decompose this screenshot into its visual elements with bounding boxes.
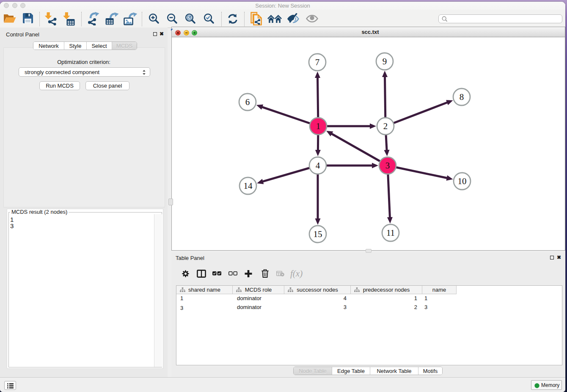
svg-text:9: 9 bbox=[383, 56, 387, 66]
svg-text:7: 7 bbox=[315, 57, 320, 67]
svg-text:3: 3 bbox=[385, 160, 390, 171]
svg-text:10: 10 bbox=[458, 176, 467, 186]
svg-text:11: 11 bbox=[386, 228, 395, 238]
svg-text:15: 15 bbox=[314, 229, 322, 239]
svg-text:6: 6 bbox=[245, 97, 250, 107]
svg-text:2: 2 bbox=[383, 121, 388, 131]
svg-text:8: 8 bbox=[460, 92, 464, 102]
svg-text:1: 1 bbox=[316, 121, 321, 131]
svg-text:4: 4 bbox=[316, 160, 320, 171]
svg-text:14: 14 bbox=[244, 181, 253, 191]
